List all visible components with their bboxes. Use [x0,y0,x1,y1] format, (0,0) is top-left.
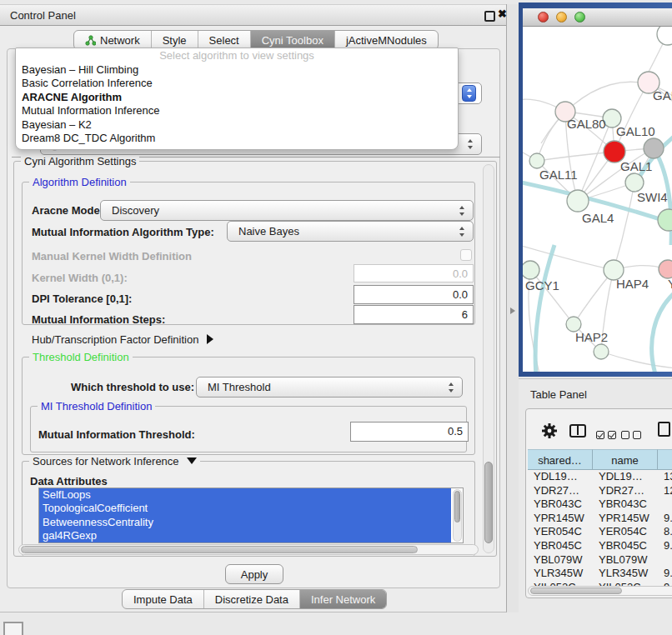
network-node[interactable] [644,138,664,158]
table-header-row: shared…nameA [528,449,672,470]
settings-horizontal-scrollbar[interactable] [18,544,479,555]
algorithm-option[interactable]: Dream8 DC_TDC Algorithm [16,132,458,145]
minimize-traffic-light-icon[interactable] [556,12,567,22]
table-row[interactable]: YBR045CYBR045C9. [528,539,672,553]
node-label: GAL80 [567,117,606,131]
network-node[interactable] [523,261,539,279]
tab-style[interactable]: Style [152,31,198,49]
table-row[interactable]: YDR27…YDR27…12 [528,484,672,498]
hub-factor-label: Hub/Transcription Factor Definition [32,333,198,346]
close-icon[interactable]: ✖ [498,8,507,20]
column-header[interactable]: name [593,449,658,470]
network-edge[interactable] [614,182,634,270]
data-attribute-item[interactable]: gal4RGexp [39,529,451,542]
algorithm-option[interactable]: Basic Correlation Inference [16,77,458,90]
network-canvas[interactable]: GALGAL80GAL10GAL1GAL11GAL4SWI4GCY1HAP4YH… [523,27,672,372]
network-node[interactable] [657,27,672,45]
gear-icon [541,422,558,439]
data-attribute-item[interactable]: TopologicalCoefficient [39,502,451,515]
network-edge[interactable] [601,352,672,368]
table-cell: YBR043C [528,498,593,512]
node-label: GCY1 [525,278,559,292]
table-settings-button[interactable] [541,422,558,442]
combo-stepper-icon[interactable] [462,85,476,102]
mi-steps-field[interactable]: 6 [354,305,474,324]
manual-kernel-checkbox[interactable] [460,249,472,261]
table-cell: YBR043C [593,498,658,512]
column-header[interactable]: shared… [528,449,593,470]
mi-type-label: Mutual Information Algorithm Type: [32,226,214,238]
network-node[interactable] [567,190,589,212]
table-cell: 8. [658,525,672,539]
data-attribute-item[interactable]: SelfLoops [39,488,451,502]
tab-discretize-data[interactable]: Discretize Data [204,590,300,608]
network-edge[interactable] [537,152,614,161]
algorithm-option[interactable]: Bayesian – Hill Climbing [16,63,458,77]
table-row[interactable]: YPR145WYPR145W9. [528,512,672,526]
network-edge[interactable] [652,290,672,372]
expander-collapsed-icon [207,334,213,344]
zoom-traffic-light-icon[interactable] [574,12,585,22]
algorithm-option[interactable]: Mutual Information Inference [16,104,458,118]
unchecked-box-icon [621,431,629,439]
table-row[interactable]: YBL079WYBL079W [528,553,672,568]
tab-network[interactable]: Network [74,31,152,49]
select-all-columns-button[interactable] [596,428,619,442]
scrollbar-thumb[interactable] [21,546,418,553]
network-node[interactable] [594,344,609,359]
table-cell: 9. [658,567,672,581]
new-column-document-icon[interactable] [658,422,670,437]
network-node[interactable] [529,153,544,168]
table-cell: YBR045C [593,539,658,553]
network-node[interactable] [659,260,672,278]
application-root: Control Panel ✖ Network Style [0,0,672,635]
node-label: HAP2 [575,330,608,344]
tab-cyni-toolbox[interactable]: Cyni Toolbox [251,31,335,49]
table-cell: YBL079W [528,553,593,568]
split-table-icon[interactable] [569,424,586,438]
algorithm-option[interactable]: ARACNE Algorithm [16,91,458,104]
table-row[interactable]: YBR043CYBR043C [528,498,672,512]
attributes-list-scrollbar[interactable] [453,489,462,542]
tab-select[interactable]: Select [198,31,251,49]
apply-button[interactable]: Apply [225,564,283,584]
algorithm-option[interactable]: Bayesian – K2 [16,118,458,132]
splitter-collapse-icon[interactable] [510,308,515,314]
table-cell: YBL079W [593,553,658,568]
column-header[interactable]: A [658,449,672,470]
scrollbar-thumb[interactable] [454,491,460,522]
unselect-all-columns-button[interactable] [621,428,644,442]
table-row[interactable]: YLR345WYLR345W9. [528,567,672,581]
settings-vertical-scrollbar[interactable] [483,164,494,553]
table-horizontal-scrollbar[interactable] [528,586,672,596]
dpi-tolerance-field[interactable]: 0.0 [354,285,474,304]
close-traffic-light-icon[interactable] [538,12,549,22]
tab-jactivemnodules[interactable]: jActiveMNodules [335,31,438,49]
chevron-updown-icon [449,382,454,392]
mi-threshold-field[interactable]: 0.5 [350,422,469,442]
network-edge[interactable] [535,245,554,372]
hub-factor-expander[interactable]: Hub/Transcription Factor Definition [32,333,213,346]
data-attribute-item[interactable]: BetweennessCentrality [39,516,451,529]
which-threshold-combo[interactable]: MI Threshold [196,377,463,398]
aracne-mode-value: Discovery [112,204,159,217]
kernel-width-field[interactable]: 0.0 [354,264,474,282]
scrollbar-thumb[interactable] [530,588,622,594]
float-window-icon[interactable] [484,11,495,22]
network-node[interactable] [625,173,644,192]
aracne-mode-label: Aracne Mode: [32,204,103,217]
control-panel-title: Control Panel [10,9,76,22]
network-node[interactable] [658,209,672,231]
aracne-mode-combo[interactable]: Discovery [100,200,474,221]
network-window-titlebar[interactable] [523,8,672,27]
docked-panel-icon[interactable] [3,622,23,635]
mi-algorithm-type-combo[interactable]: Naive Bayes [227,221,474,242]
table-panel-title: Table Panel [530,388,587,401]
table-row[interactable]: YER054CYER054C8. [528,525,672,539]
scrollbar-thumb[interactable] [484,462,493,543]
table-row[interactable]: YDL19…YDL19…13 [528,470,672,484]
chevron-updown-icon [459,227,465,237]
tab-infer-network[interactable]: Infer Network [300,590,386,608]
tab-impute-data[interactable]: Impute Data [123,590,204,608]
data-attributes-list[interactable]: SelfLoopsTopologicalCoefficientBetweenne… [38,488,464,543]
